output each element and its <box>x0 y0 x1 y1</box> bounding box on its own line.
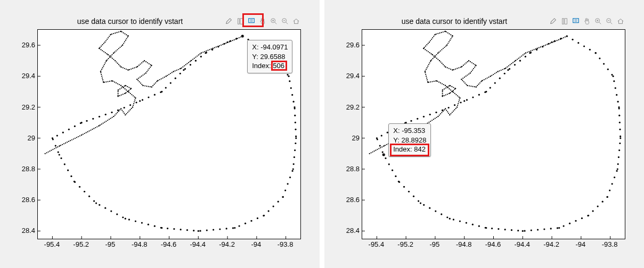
brush-icon[interactable] <box>224 16 234 26</box>
svg-point-531 <box>618 156 619 158</box>
svg-point-301 <box>110 34 111 35</box>
svg-point-171 <box>71 139 72 140</box>
colorbar-icon[interactable] <box>235 16 245 26</box>
datatip-y: Y: 28.8928 <box>393 136 426 145</box>
svg-point-106 <box>64 163 66 165</box>
zoom-out-icon[interactable] <box>605 16 614 26</box>
home-icon[interactable] <box>616 16 625 26</box>
svg-point-77 <box>199 230 201 232</box>
svg-point-567 <box>459 220 461 222</box>
xtick-label: -95.2 <box>397 240 413 248</box>
svg-point-406 <box>182 66 183 68</box>
datacursor-icon[interactable] <box>247 16 256 26</box>
axes-title: use data cursor to identify vstart <box>362 17 547 26</box>
svg-point-706 <box>457 95 458 96</box>
svg-point-273 <box>113 53 114 54</box>
svg-point-848 <box>462 80 463 81</box>
svg-point-239 <box>120 85 121 86</box>
svg-point-276 <box>117 49 118 50</box>
svg-point-752 <box>438 52 439 53</box>
svg-point-604 <box>448 107 450 108</box>
svg-point-165 <box>62 144 63 145</box>
svg-point-554 <box>531 229 532 231</box>
svg-point-78 <box>198 230 199 232</box>
svg-point-921 <box>558 39 559 40</box>
datatip-index-row: Index: 506 <box>252 61 288 71</box>
svg-point-584 <box>388 163 390 165</box>
svg-point-525 <box>619 122 621 123</box>
pan-icon[interactable] <box>582 16 592 26</box>
zoom-in-icon[interactable] <box>593 16 603 26</box>
svg-point-98 <box>93 200 95 202</box>
svg-point-905 <box>535 48 536 49</box>
svg-point-575 <box>420 202 421 204</box>
colorbar-icon[interactable] <box>560 16 569 26</box>
svg-point-322 <box>110 56 111 57</box>
xtick-label: -94.2 <box>543 240 559 248</box>
svg-point-951 <box>442 91 443 92</box>
svg-point-413 <box>191 60 192 61</box>
datatip[interactable]: X: -95.353 Y: 28.8928 Index: 842 <box>388 123 431 157</box>
svg-point-68 <box>250 220 252 222</box>
svg-point-184 <box>90 130 91 131</box>
svg-point-623 <box>530 52 532 53</box>
svg-point-776 <box>437 33 438 34</box>
pan-icon[interactable] <box>258 16 267 26</box>
svg-point-509 <box>583 45 585 47</box>
svg-point-909 <box>540 46 541 47</box>
svg-point-911 <box>543 45 544 46</box>
svg-point-576 <box>418 200 419 202</box>
svg-point-763 <box>451 38 452 39</box>
svg-point-679 <box>437 116 438 117</box>
svg-point-608 <box>466 99 468 100</box>
svg-point-547 <box>569 223 570 224</box>
svg-rect-479 <box>565 19 567 24</box>
datatip[interactable]: X: -94.0971 Y: 29.6588 Index: 506 <box>247 40 292 73</box>
svg-point-339 <box>131 69 132 70</box>
home-icon[interactable] <box>291 16 301 26</box>
svg-point-785 <box>429 41 430 43</box>
ytick-label: 28.4 <box>22 227 35 234</box>
brush-icon[interactable] <box>549 16 558 26</box>
svg-point-213 <box>125 114 126 115</box>
svg-point-279 <box>121 46 122 47</box>
datacursor-icon[interactable] <box>571 16 581 26</box>
svg-point-692 <box>450 113 451 114</box>
svg-point-338 <box>129 69 130 70</box>
svg-point-823 <box>463 65 464 66</box>
zoom-out-icon[interactable] <box>280 16 290 26</box>
svg-point-443 <box>234 39 235 40</box>
svg-point-110 <box>55 145 56 146</box>
svg-point-416 <box>195 56 196 57</box>
svg-point-923 <box>560 38 561 39</box>
svg-point-676 <box>435 118 436 119</box>
datatip-x: X: -94.0971 <box>252 43 288 52</box>
svg-point-154 <box>46 152 47 153</box>
svg-point-913 <box>547 44 548 45</box>
svg-point-183 <box>88 130 89 131</box>
svg-point-918 <box>553 41 554 43</box>
svg-point-202 <box>115 114 116 115</box>
svg-point-708 <box>454 93 455 94</box>
svg-point-474 <box>118 93 119 94</box>
svg-point-253 <box>102 79 103 80</box>
svg-point-429 <box>213 48 214 49</box>
svg-point-737 <box>425 70 426 71</box>
svg-point-893 <box>518 57 519 58</box>
svg-point-857 <box>474 86 475 87</box>
svg-point-185 <box>92 129 93 130</box>
svg-point-310 <box>101 46 102 47</box>
svg-point-551 <box>550 228 552 229</box>
svg-point-431 <box>216 46 217 47</box>
zoom-in-icon[interactable] <box>269 16 279 26</box>
svg-point-153 <box>45 153 46 154</box>
svg-point-915 <box>548 43 549 44</box>
svg-point-121 <box>99 116 100 118</box>
svg-point-952 <box>442 93 443 94</box>
svg-point-99 <box>88 196 90 197</box>
svg-point-210 <box>123 111 124 112</box>
svg-point-779 <box>434 34 435 35</box>
svg-point-284 <box>125 40 126 41</box>
svg-point-569 <box>449 218 451 220</box>
svg-point-423 <box>204 51 205 52</box>
